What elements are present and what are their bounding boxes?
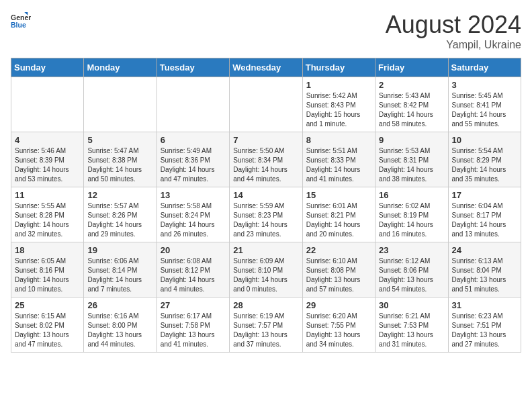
day-info: Sunrise: 6:04 AMSunset: 8:17 PMDaylight:… <box>452 202 506 238</box>
calendar-day-cell: 9 Sunrise: 5:53 AMSunset: 8:31 PMDayligh… <box>375 132 448 187</box>
calendar-day-cell: 8 Sunrise: 5:51 AMSunset: 8:33 PMDayligh… <box>302 132 375 187</box>
day-info: Sunrise: 5:45 AMSunset: 8:41 PMDaylight:… <box>452 92 506 128</box>
calendar-day-cell: 27 Sunrise: 6:17 AMSunset: 7:58 PMDaylig… <box>157 298 229 353</box>
day-info: Sunrise: 6:17 AMSunset: 7:58 PMDaylight:… <box>161 312 215 348</box>
calendar-day-cell: 15 Sunrise: 6:01 AMSunset: 8:21 PMDaylig… <box>302 187 375 242</box>
weekday-header-cell: Tuesday <box>157 58 229 77</box>
day-info: Sunrise: 5:43 AMSunset: 8:42 PMDaylight:… <box>379 92 433 128</box>
calendar-day-cell: 22 Sunrise: 6:10 AMSunset: 8:08 PMDaylig… <box>302 242 375 298</box>
calendar-day-cell: 21 Sunrise: 6:09 AMSunset: 8:10 PMDaylig… <box>230 242 302 298</box>
day-number: 24 <box>452 245 517 255</box>
day-number: 20 <box>161 245 226 255</box>
calendar-week-row: 4 Sunrise: 5:46 AMSunset: 8:39 PMDayligh… <box>11 132 521 187</box>
day-info: Sunrise: 6:21 AMSunset: 7:53 PMDaylight:… <box>379 312 433 348</box>
day-info: Sunrise: 6:09 AMSunset: 8:10 PMDaylight:… <box>233 257 287 293</box>
day-number: 9 <box>379 135 444 145</box>
calendar-day-cell: 7 Sunrise: 5:50 AMSunset: 8:34 PMDayligh… <box>230 132 302 187</box>
calendar-day-cell: 29 Sunrise: 6:20 AMSunset: 7:55 PMDaylig… <box>302 298 375 353</box>
day-info: Sunrise: 6:01 AMSunset: 8:21 PMDaylight:… <box>306 202 361 238</box>
calendar-day-cell: 6 Sunrise: 5:49 AMSunset: 8:36 PMDayligh… <box>157 132 229 187</box>
day-info: Sunrise: 6:10 AMSunset: 8:08 PMDaylight:… <box>306 257 361 293</box>
weekday-header-cell: Thursday <box>302 58 375 77</box>
calendar-day-cell: 26 Sunrise: 6:16 AMSunset: 8:00 PMDaylig… <box>84 298 157 353</box>
weekday-header-cell: Wednesday <box>230 58 302 77</box>
day-number: 13 <box>161 190 226 200</box>
logo: General Blue <box>11 11 31 31</box>
calendar-table: SundayMondayTuesdayWednesdayThursdayFrid… <box>11 58 521 353</box>
day-number: 10 <box>452 135 517 145</box>
svg-text:Blue: Blue <box>11 21 26 29</box>
day-number: 14 <box>233 190 298 200</box>
month-year-title: August 2024 <box>386 11 521 39</box>
day-info: Sunrise: 5:49 AMSunset: 8:36 PMDaylight:… <box>161 147 215 183</box>
calendar-week-row: 25 Sunrise: 6:15 AMSunset: 8:02 PMDaylig… <box>11 298 521 353</box>
day-info: Sunrise: 6:02 AMSunset: 8:19 PMDaylight:… <box>379 202 433 238</box>
day-info: Sunrise: 5:59 AMSunset: 8:23 PMDaylight:… <box>233 202 287 238</box>
calendar-day-cell <box>157 77 229 132</box>
calendar-day-cell: 3 Sunrise: 5:45 AMSunset: 8:41 PMDayligh… <box>448 77 521 132</box>
calendar-day-cell: 2 Sunrise: 5:43 AMSunset: 8:42 PMDayligh… <box>375 77 448 132</box>
day-number: 3 <box>452 80 517 90</box>
day-number: 5 <box>87 135 152 145</box>
calendar-day-cell: 14 Sunrise: 5:59 AMSunset: 8:23 PMDaylig… <box>230 187 302 242</box>
calendar-day-cell: 4 Sunrise: 5:46 AMSunset: 8:39 PMDayligh… <box>11 132 84 187</box>
day-number: 11 <box>15 190 80 200</box>
calendar-day-cell: 16 Sunrise: 6:02 AMSunset: 8:19 PMDaylig… <box>375 187 448 242</box>
weekday-header-cell: Friday <box>375 58 448 77</box>
day-number: 27 <box>161 300 226 310</box>
weekday-header-cell: Monday <box>84 58 157 77</box>
calendar-day-cell: 11 Sunrise: 5:55 AMSunset: 8:28 PMDaylig… <box>11 187 84 242</box>
day-number: 2 <box>379 80 444 90</box>
page-header: General Blue August 2024 Yampil, Ukraine <box>11 11 521 51</box>
day-info: Sunrise: 6:16 AMSunset: 8:00 PMDaylight:… <box>87 312 142 348</box>
day-info: Sunrise: 5:58 AMSunset: 8:24 PMDaylight:… <box>161 202 215 238</box>
calendar-day-cell: 25 Sunrise: 6:15 AMSunset: 8:02 PMDaylig… <box>11 298 84 353</box>
day-number: 7 <box>233 135 298 145</box>
calendar-day-cell: 23 Sunrise: 6:12 AMSunset: 8:06 PMDaylig… <box>375 242 448 298</box>
calendar-day-cell <box>230 77 302 132</box>
day-number: 26 <box>87 300 152 310</box>
day-number: 28 <box>233 300 298 310</box>
day-number: 1 <box>306 80 371 90</box>
calendar-day-cell: 24 Sunrise: 6:13 AMSunset: 8:04 PMDaylig… <box>448 242 521 298</box>
weekday-header-row: SundayMondayTuesdayWednesdayThursdayFrid… <box>11 58 521 77</box>
day-number: 23 <box>379 245 444 255</box>
calendar-day-cell: 5 Sunrise: 5:47 AMSunset: 8:38 PMDayligh… <box>84 132 157 187</box>
day-info: Sunrise: 5:51 AMSunset: 8:33 PMDaylight:… <box>306 147 361 183</box>
day-number: 18 <box>15 245 80 255</box>
svg-text:General: General <box>11 13 31 21</box>
day-info: Sunrise: 5:53 AMSunset: 8:31 PMDaylight:… <box>379 147 433 183</box>
day-number: 22 <box>306 245 371 255</box>
day-number: 16 <box>379 190 444 200</box>
day-number: 4 <box>15 135 80 145</box>
calendar-week-row: 11 Sunrise: 5:55 AMSunset: 8:28 PMDaylig… <box>11 187 521 242</box>
calendar-day-cell: 31 Sunrise: 6:23 AMSunset: 7:51 PMDaylig… <box>448 298 521 353</box>
calendar-day-cell: 13 Sunrise: 5:58 AMSunset: 8:24 PMDaylig… <box>157 187 229 242</box>
day-info: Sunrise: 6:19 AMSunset: 7:57 PMDaylight:… <box>233 312 287 348</box>
calendar-day-cell: 19 Sunrise: 6:06 AMSunset: 8:14 PMDaylig… <box>84 242 157 298</box>
day-number: 19 <box>87 245 152 255</box>
day-number: 21 <box>233 245 298 255</box>
day-number: 25 <box>15 300 80 310</box>
day-info: Sunrise: 6:15 AMSunset: 8:02 PMDaylight:… <box>15 312 69 348</box>
calendar-day-cell: 30 Sunrise: 6:21 AMSunset: 7:53 PMDaylig… <box>375 298 448 353</box>
calendar-day-cell: 18 Sunrise: 6:05 AMSunset: 8:16 PMDaylig… <box>11 242 84 298</box>
day-info: Sunrise: 6:20 AMSunset: 7:55 PMDaylight:… <box>306 312 361 348</box>
day-number: 12 <box>87 190 152 200</box>
calendar-week-row: 1 Sunrise: 5:42 AMSunset: 8:43 PMDayligh… <box>11 77 521 132</box>
calendar-day-cell: 17 Sunrise: 6:04 AMSunset: 8:17 PMDaylig… <box>448 187 521 242</box>
day-info: Sunrise: 6:13 AMSunset: 8:04 PMDaylight:… <box>452 257 506 293</box>
day-info: Sunrise: 6:08 AMSunset: 8:12 PMDaylight:… <box>161 257 215 293</box>
day-info: Sunrise: 5:42 AMSunset: 8:43 PMDaylight:… <box>306 92 361 128</box>
location-subtitle: Yampil, Ukraine <box>386 39 521 51</box>
calendar-body: 1 Sunrise: 5:42 AMSunset: 8:43 PMDayligh… <box>11 77 521 353</box>
calendar-day-cell: 1 Sunrise: 5:42 AMSunset: 8:43 PMDayligh… <box>302 77 375 132</box>
calendar-day-cell <box>11 77 84 132</box>
calendar-day-cell <box>84 77 157 132</box>
title-area: August 2024 Yampil, Ukraine <box>386 11 521 51</box>
day-info: Sunrise: 5:57 AMSunset: 8:26 PMDaylight:… <box>87 202 142 238</box>
calendar-week-row: 18 Sunrise: 6:05 AMSunset: 8:16 PMDaylig… <box>11 242 521 298</box>
day-info: Sunrise: 6:12 AMSunset: 8:06 PMDaylight:… <box>379 257 433 293</box>
day-info: Sunrise: 5:46 AMSunset: 8:39 PMDaylight:… <box>15 147 69 183</box>
day-number: 6 <box>161 135 226 145</box>
